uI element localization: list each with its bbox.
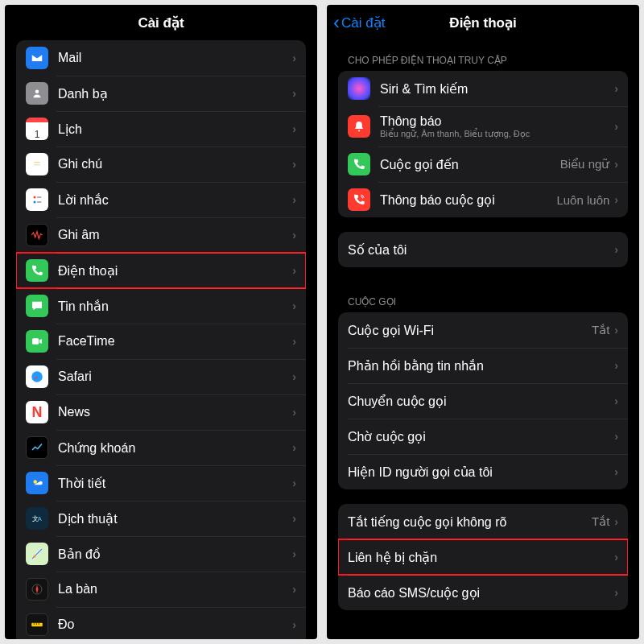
row-label: Lời nhắc [58,192,292,208]
stocks-icon [26,436,48,459]
settings-row[interactable]: Chứng khoán› [16,430,306,465]
chevron-right-icon: › [614,120,618,133]
settings-row[interactable]: Cuộc gọi đếnBiểu ngữ› [338,147,628,182]
measure-icon [26,613,48,636]
chevron-right-icon: › [614,82,618,95]
chevron-right-icon: › [292,441,296,454]
settings-row[interactable]: La bàn› [16,572,306,607]
chevron-right-icon: › [292,122,296,135]
settings-screen-left: Cài đặt Mail›Danh bạ›1Lịch›Ghi chú›Lời n… [5,5,317,639]
row-label: Thông báo [380,114,614,129]
settings-row[interactable]: Liên hệ bị chặn› [338,539,628,575]
phone-settings-list[interactable]: CHO PHÉP ĐIỆN THOẠI TRUY CẬPSiri & Tìm k… [327,40,639,639]
siri-icon [348,77,370,100]
settings-row[interactable]: Thông báo cuộc gọiLuôn luôn› [338,182,628,217]
chevron-right-icon: › [614,394,618,407]
settings-row[interactable]: Ghi chú› [16,147,306,182]
settings-row[interactable]: Báo cáo SMS/cuộc gọi› [338,575,628,610]
settings-row[interactable]: Số của tôi› [338,232,628,267]
settings-row[interactable]: Danh bạ› [16,76,306,111]
back-button[interactable]: ‹ Cài đặt [333,13,385,32]
settings-group: Số của tôi› [338,232,628,267]
phone-settings-screen-right: ‹ Cài đặt Điện thoại CHO PHÉP ĐIỆN THOẠI… [327,5,639,639]
row-label: Cuộc gọi Wi-Fi [348,323,592,338]
svg-rect-8 [32,338,39,345]
chevron-right-icon: › [292,193,296,206]
settings-row[interactable]: Bản đồ› [16,536,306,572]
row-label: Phản hồi bằng tin nhắn [348,358,614,374]
svg-point-5 [34,201,36,204]
row-value: Tắt [592,323,609,337]
compass-icon [26,578,48,601]
chevron-right-icon: › [614,158,618,171]
row-label: Chờ cuộc gọi [348,429,614,444]
contacts-icon [26,82,48,105]
settings-list[interactable]: Mail›Danh bạ›1Lịch›Ghi chú›Lời nhắc›Ghi … [5,40,317,639]
row-label: Ghi âm [58,228,292,242]
row-label: Chứng khoán [58,440,292,456]
settings-row[interactable]: Siri & Tìm kiếm› [338,71,628,106]
settings-group: Cuộc gọi Wi-FiTắt›Phản hồi bằng tin nhắn… [338,312,628,489]
settings-row[interactable]: Đo› [16,607,306,639]
nav-title: Cài đặt [138,14,184,31]
maps-icon [26,543,48,565]
row-label: Dịch thuật [58,511,292,526]
settings-row[interactable]: FaceTime› [16,324,306,359]
settings-row[interactable]: Chuyển cuộc gọi› [338,383,628,419]
row-label: Tắt tiếng cuộc gọi không rõ [348,514,592,530]
section-header: CHO PHÉP ĐIỆN THOẠI TRUY CẬP [338,40,628,71]
settings-row[interactable]: Mail› [16,40,306,76]
row-label: Ghi chú [58,157,292,171]
settings-row[interactable]: 文ADịch thuật› [16,501,306,536]
row-label: La bàn [58,582,292,597]
row-label: Chuyển cuộc gọi [348,394,614,409]
svg-text:A: A [38,515,42,522]
chevron-right-icon: › [614,243,618,256]
nav-title: Điện thoại [449,14,516,31]
phone-icon [26,259,48,282]
chevron-right-icon: › [614,515,618,528]
row-label: Lịch [58,122,292,137]
settings-row[interactable]: Thời tiết› [16,465,306,501]
settings-row[interactable]: Phản hồi bằng tin nhắn› [338,348,628,383]
settings-row[interactable]: Ghi âm› [16,217,306,253]
row-label: Tin nhắn [58,299,292,314]
phone-icon [348,153,370,175]
settings-row[interactable]: 1Lịch› [16,111,306,147]
settings-row[interactable]: Thông báoBiểu ngữ, Âm thanh, Biểu tượng,… [338,106,628,147]
settings-row[interactable]: Chờ cuộc gọi› [338,419,628,454]
chevron-right-icon: › [614,324,618,336]
settings-row[interactable]: Cuộc gọi Wi-FiTắt› [338,312,628,348]
svg-point-13 [34,555,36,558]
settings-row[interactable]: NNews› [16,394,306,430]
svg-rect-1 [33,160,42,169]
row-label: Cuộc gọi đến [380,157,560,172]
row-label: Điện thoại [58,263,292,279]
facetime-icon [26,330,48,353]
message-icon [26,295,48,317]
settings-row[interactable]: Lời nhắc› [16,182,306,217]
nav-bar: ‹ Cài đặt Điện thoại [327,5,639,40]
announce-icon [348,188,370,211]
chevron-right-icon: › [292,618,296,631]
row-value: Biểu ngữ [560,157,610,171]
row-label: Mail [58,51,292,65]
settings-row[interactable]: Safari› [16,359,306,394]
settings-group: Siri & Tìm kiếm›Thông báoBiểu ngữ, Âm th… [338,71,628,217]
row-label: Liên hệ bị chặn [348,550,614,565]
row-subtitle: Biểu ngữ, Âm thanh, Biểu tượng, Đọc [380,129,614,138]
settings-row[interactable]: Hiện ID người gọi của tôi› [338,454,628,489]
row-label: FaceTime [58,334,292,349]
news-icon: N [26,401,48,423]
svg-rect-15 [31,623,43,627]
svg-point-10 [34,480,38,484]
settings-group: Tắt tiếng cuộc gọi không rõTắt›Liên hệ b… [338,504,628,610]
settings-row[interactable]: Điện thoại› [16,253,306,288]
settings-row[interactable]: Tắt tiếng cuộc gọi không rõTắt› [338,504,628,539]
row-label: Danh bạ [58,86,292,101]
chevron-right-icon: › [614,430,618,443]
settings-row[interactable]: Tin nhắn› [16,288,306,324]
translate-icon: 文A [26,507,48,530]
voice-icon [26,224,48,246]
chevron-right-icon: › [292,299,296,312]
